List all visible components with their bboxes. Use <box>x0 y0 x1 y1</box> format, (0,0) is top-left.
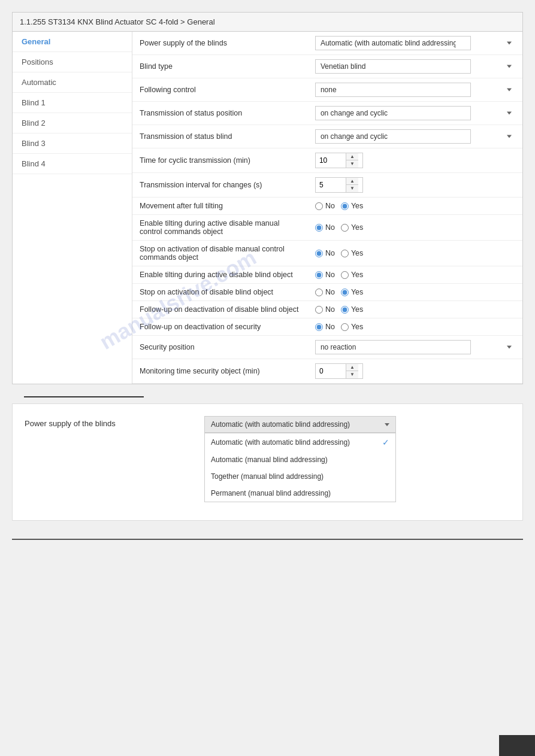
settings-table: Power supply of the blindsAutomatic (wit… <box>132 32 522 384</box>
radio-label-enable-tilting-disable-blind-yes[interactable]: Yes <box>341 271 363 279</box>
sidebar-item-general[interactable]: General <box>13 32 132 52</box>
radio-group-stop-disable-manual: NoYes <box>315 249 515 257</box>
spinner-down-monitoring-time[interactable]: ▼ <box>346 371 358 378</box>
sidebar-item-automatic[interactable]: Automatic <box>13 72 132 93</box>
settings-control-movement-after-tilting: NoYes <box>308 198 522 215</box>
settings-control-following-control: none <box>308 78 522 102</box>
radio-input-enable-tilting-disable-blind-no[interactable] <box>315 271 323 279</box>
sidebar: GeneralPositionsAutomaticBlind 1Blind 2B… <box>13 32 132 384</box>
radio-label-movement-after-tilting-yes[interactable]: Yes <box>341 202 363 210</box>
radio-input-movement-after-tilting-yes[interactable] <box>341 202 349 210</box>
settings-row-enable-tilting-disable-blind: Enable tilting during active disable bli… <box>132 266 522 284</box>
dropdown-blind-type[interactable]: Venetian blind <box>315 59 471 74</box>
panel-title-text: 1.1.255 ST3134 KNX Blind Actuator SC 4-f… <box>20 17 215 26</box>
sidebar-item-blind1[interactable]: Blind 1 <box>13 93 132 113</box>
settings-control-transmission-status-position: on change and cyclic <box>308 102 522 125</box>
settings-row-transmission-interval: Transmission interval for changes (s)▲▼ <box>132 173 522 198</box>
radio-input-follow-up-disable-blind-no[interactable] <box>315 306 323 314</box>
bottom-dropdown-btn[interactable]: Automatic (with automatic blind addressi… <box>204 416 396 433</box>
radio-label-enable-tilting-disable-blind-no[interactable]: No <box>315 271 335 279</box>
radio-label-stop-disable-manual-yes[interactable]: Yes <box>341 249 363 257</box>
radio-input-stop-disable-blind-yes[interactable] <box>341 289 349 296</box>
radio-label-follow-up-security-yes[interactable]: Yes <box>341 323 363 331</box>
bottom-section: Power supply of the blinds Automatic (wi… <box>12 403 523 521</box>
divider-line <box>24 396 144 397</box>
radio-input-movement-after-tilting-no[interactable] <box>315 202 323 210</box>
spinner-up-monitoring-time[interactable]: ▲ <box>346 364 358 371</box>
bottom-option[interactable]: Together (manual blind addressing) <box>205 468 395 485</box>
sidebar-item-blind3[interactable]: Blind 3 <box>13 133 132 154</box>
settings-label-power-supply: Power supply of the blinds <box>132 32 308 55</box>
dropdown-arrow-icon-following-control <box>507 89 512 92</box>
spinner-up-time-cyclic[interactable]: ▲ <box>346 153 358 160</box>
settings-label-transmission-interval: Transmission interval for changes (s) <box>132 173 308 198</box>
settings-control-follow-up-disable-blind: NoYes <box>308 301 522 318</box>
bottom-option-label: Together (manual blind addressing) <box>211 472 324 481</box>
bottom-dropdown-wrapper: Automatic (with automatic blind addressi… <box>204 416 510 502</box>
spinner-up-transmission-interval[interactable]: ▲ <box>346 178 358 185</box>
spinner-buttons-monitoring-time: ▲▼ <box>346 364 358 378</box>
radio-label-stop-disable-blind-yes[interactable]: Yes <box>341 288 363 296</box>
radio-input-enable-tilting-disable-blind-yes[interactable] <box>341 271 349 279</box>
settings-row-power-supply: Power supply of the blindsAutomatic (wit… <box>132 32 522 55</box>
sidebar-item-blind4[interactable]: Blind 4 <box>13 154 132 174</box>
radio-input-stop-disable-manual-no[interactable] <box>315 250 323 257</box>
spinner-input-transmission-interval[interactable] <box>316 178 346 192</box>
radio-label-movement-after-tilting-no[interactable]: No <box>315 202 335 210</box>
settings-row-following-control: Following controlnone <box>132 78 522 102</box>
radio-input-stop-disable-manual-yes[interactable] <box>341 250 349 257</box>
radio-label-stop-disable-manual-no[interactable]: No <box>315 249 335 257</box>
dropdown-security-position[interactable]: no reaction <box>315 340 471 354</box>
radio-option-text-enable-tilting-disable-blind-yes: Yes <box>351 271 363 279</box>
footer-bar <box>499 735 535 756</box>
bottom-field-label: Power supply of the blinds <box>25 416 192 428</box>
spinner-down-time-cyclic[interactable]: ▼ <box>346 160 358 168</box>
radio-input-stop-disable-blind-no[interactable] <box>315 289 323 296</box>
spinner-down-transmission-interval[interactable]: ▼ <box>346 185 358 192</box>
settings-control-power-supply: Automatic (with automatic blind addressi… <box>308 32 522 55</box>
radio-input-enable-tilting-disable-manual-yes[interactable] <box>341 224 349 232</box>
radio-label-follow-up-disable-blind-no[interactable]: No <box>315 305 335 314</box>
dropdown-wrapper-blind-type: Venetian blind <box>315 59 515 74</box>
radio-group-enable-tilting-disable-blind: NoYes <box>315 271 515 279</box>
dropdown-transmission-status-blind[interactable]: on change and cyclic <box>315 129 471 144</box>
dropdown-arrow-icon-security-position <box>507 346 512 349</box>
radio-label-follow-up-security-no[interactable]: No <box>315 323 335 331</box>
bottom-option[interactable]: Automatic (manual blind addressing) <box>205 451 395 468</box>
dropdown-wrapper-following-control: none <box>315 83 515 97</box>
bottom-option[interactable]: Permanent (manual blind addressing) <box>205 485 395 502</box>
spinner-input-monitoring-time[interactable] <box>316 365 346 378</box>
radio-label-stop-disable-blind-no[interactable]: No <box>315 288 335 296</box>
spinner-buttons-transmission-interval: ▲▼ <box>346 178 358 192</box>
settings-row-enable-tilting-disable-manual: Enable tilting during active disable man… <box>132 215 522 241</box>
dropdown-following-control[interactable]: none <box>315 83 471 97</box>
radio-group-follow-up-disable-blind: NoYes <box>315 305 515 314</box>
settings-control-monitoring-time: ▲▼ <box>308 359 522 384</box>
radio-input-follow-up-security-no[interactable] <box>315 323 323 331</box>
radio-label-follow-up-disable-blind-yes[interactable]: Yes <box>341 305 363 314</box>
settings-control-stop-disable-blind: NoYes <box>308 284 522 301</box>
bottom-option[interactable]: Automatic (with automatic blind addressi… <box>205 433 395 451</box>
radio-label-enable-tilting-disable-manual-no[interactable]: No <box>315 223 335 232</box>
radio-group-stop-disable-blind: NoYes <box>315 288 515 296</box>
sidebar-item-positions[interactable]: Positions <box>13 52 132 72</box>
settings-control-blind-type: Venetian blind <box>308 55 522 78</box>
spinner-input-time-cyclic[interactable] <box>316 154 346 167</box>
bottom-line <box>12 539 523 540</box>
settings-label-security-position: Security position <box>132 336 308 359</box>
sidebar-item-blind2[interactable]: Blind 2 <box>13 113 132 133</box>
settings-label-blind-type: Blind type <box>132 55 308 78</box>
radio-input-follow-up-security-yes[interactable] <box>341 323 349 331</box>
dropdown-power-supply[interactable]: Automatic (with automatic blind addressi… <box>315 36 471 50</box>
radio-input-enable-tilting-disable-manual-no[interactable] <box>315 224 323 232</box>
radio-input-follow-up-disable-blind-yes[interactable] <box>341 306 349 314</box>
main-panel: 1.1.255 ST3134 KNX Blind Actuator SC 4-f… <box>12 12 523 384</box>
content-area: Power supply of the blindsAutomatic (wit… <box>132 32 522 384</box>
dropdown-transmission-status-position[interactable]: on change and cyclic <box>315 106 471 120</box>
settings-label-transmission-status-position: Transmission of status position <box>132 102 308 125</box>
dropdown-wrapper-security-position: no reaction <box>315 340 515 354</box>
spinner-wrapper-monitoring-time: ▲▼ <box>315 363 363 379</box>
radio-option-text-stop-disable-manual-yes: Yes <box>351 249 363 257</box>
radio-label-enable-tilting-disable-manual-yes[interactable]: Yes <box>341 223 363 232</box>
panel-title: 1.1.255 ST3134 KNX Blind Actuator SC 4-f… <box>13 13 522 32</box>
